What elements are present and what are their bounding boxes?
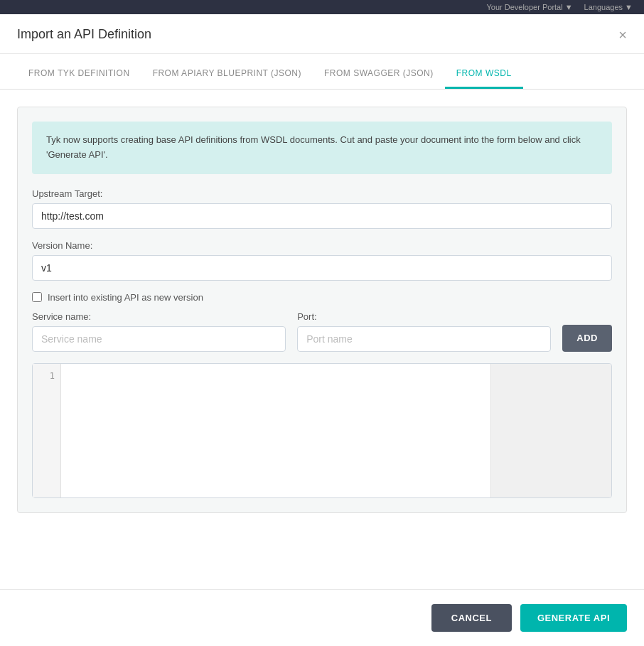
code-textarea[interactable] — [61, 364, 490, 497]
content-panel: Tyk now supports creating base API defin… — [17, 107, 627, 513]
tabs-container: FROM TYK DEFINITION FROM APIARY BLUEPRIN… — [0, 60, 644, 90]
service-port-row: Service name: Port: ADD — [32, 311, 612, 352]
line-numbers: 1 — [33, 364, 61, 497]
upstream-target-input[interactable] — [32, 203, 612, 229]
service-name-input[interactable] — [32, 326, 286, 352]
version-name-label: Version Name: — [32, 240, 612, 251]
checkbox-label[interactable]: Insert into existing API as new version — [48, 292, 203, 303]
languages-link[interactable]: Languages ▼ — [584, 3, 633, 11]
code-editor: 1 — [32, 363, 612, 498]
service-name-group: Service name: — [32, 311, 286, 352]
top-bar: Your Developer Portal ▼ Languages ▼ — [0, 0, 644, 14]
port-input[interactable] — [297, 326, 551, 352]
tab-apiary-blueprint[interactable]: FROM APIARY BLUEPRINT (JSON) — [141, 60, 313, 89]
portal-link[interactable]: Your Developer Portal ▼ — [486, 3, 572, 11]
checkbox-row: Insert into existing API as new version — [32, 292, 612, 303]
tab-wsdl[interactable]: FROM WSDL — [445, 60, 523, 89]
line-number-1: 1 — [38, 371, 55, 381]
info-box: Tyk now supports creating base API defin… — [32, 122, 612, 174]
right-panel — [490, 364, 611, 497]
port-group: Port: — [297, 311, 551, 352]
service-name-label: Service name: — [32, 311, 286, 322]
existing-api-checkbox[interactable] — [32, 292, 42, 302]
info-text: Tyk now supports creating base API defin… — [46, 134, 581, 160]
upstream-target-label: Upstream Target: — [32, 188, 612, 199]
add-button[interactable]: ADD — [562, 325, 612, 352]
upstream-target-group: Upstream Target: — [32, 188, 612, 229]
version-name-group: Version Name: — [32, 240, 612, 281]
modal-body: Tyk now supports creating base API defin… — [0, 90, 644, 589]
port-label: Port: — [297, 311, 551, 322]
cancel-button[interactable]: CANCEL — [431, 604, 512, 632]
modal-footer: CANCEL GENERATE API — [0, 589, 644, 646]
close-button[interactable]: × — [618, 28, 627, 42]
tab-swagger[interactable]: FROM SWAGGER (JSON) — [313, 60, 445, 89]
generate-api-button[interactable]: GENERATE API — [520, 604, 627, 632]
tab-tyk-definition[interactable]: FROM TYK DEFINITION — [17, 60, 141, 89]
modal-header: Import an API Definition × — [0, 14, 644, 54]
version-name-input[interactable] — [32, 255, 612, 281]
modal-title: Import an API Definition — [17, 27, 151, 42]
